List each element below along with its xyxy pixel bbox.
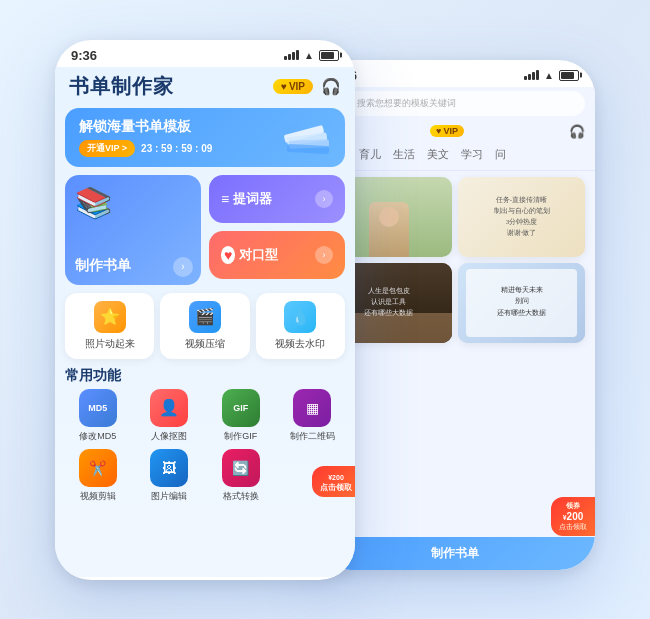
- front-app-header: 书单制作家 ♥ VIP 🎧: [55, 67, 355, 104]
- front-coupon-amount: ¥200: [328, 470, 344, 482]
- back-wifi-icon: ▲: [544, 70, 554, 81]
- back-content-grid: 任务-直接传清晰制出与自心的笔划3分钟热度谢谢·做了 人生是包包皮认识是工具还有…: [315, 171, 595, 349]
- front-func-photo-edit[interactable]: 🖼 图片编辑: [137, 449, 203, 503]
- front-func-gif[interactable]: GIF 制作GIF: [208, 389, 274, 443]
- front-tool-photo[interactable]: ⭐ 照片动起来: [65, 293, 154, 359]
- front-status-bar: 9:36 ▲: [55, 40, 355, 67]
- front-tools-row: ⭐ 照片动起来 🎬 视频压缩 💧 视频去水印: [65, 293, 345, 359]
- front-tool-watermark-icon-wrap: 💧: [284, 301, 316, 333]
- front-right-grid: ≡ 提词器 › ♥ 对口型 ›: [209, 175, 345, 285]
- front-tool-watermark-label: 视频去水印: [275, 337, 325, 351]
- front-tool-compress-icon: 🎬: [195, 307, 215, 326]
- front-functions-grid: MD5 修改MD5 👤 人像抠图 GIF 制作GIF: [65, 389, 345, 503]
- front-func-convert-icon: 🔄: [222, 449, 260, 487]
- front-heart-icon: ♥: [281, 81, 287, 92]
- front-vip-banner-bottom: 开通VIP > 23 : 59 : 59 : 09: [79, 140, 212, 157]
- front-wifi-icon: ▲: [304, 50, 314, 61]
- front-func-md5-icon: MD5: [79, 389, 117, 427]
- phones-container: 9:36 ▲ 🔍 搜索您想要的模板关键词 ♥ VIP: [35, 20, 615, 600]
- back-signal-icon: [524, 70, 539, 80]
- front-gif-text: GIF: [233, 403, 248, 413]
- front-func-qrcode[interactable]: ▦ 制作二维码: [280, 389, 346, 443]
- front-md5-text: MD5: [88, 403, 107, 413]
- back-card-2[interactable]: 任务-直接传清晰制出与自心的笔划3分钟热度谢谢·做了: [458, 177, 585, 257]
- front-tool-photo-icon: ⭐: [100, 307, 120, 326]
- front-phone: 9:36 ▲ 书单制作家 ♥ VIP 🎧: [55, 40, 355, 580]
- front-heart-red-icon: ♥: [221, 246, 235, 264]
- front-func-convert[interactable]: 🔄 格式转换: [208, 449, 274, 503]
- back-bottom-btn[interactable]: 制作书单: [315, 537, 595, 567]
- front-signal-icon: [284, 50, 299, 60]
- back-search-placeholder: 搜索您想要的模板关键词: [357, 97, 456, 110]
- back-tab-study[interactable]: 学习: [461, 147, 483, 166]
- front-cutout-person-icon: 👤: [159, 398, 179, 417]
- front-tool-watermark[interactable]: 💧 视频去水印: [256, 293, 345, 359]
- back-tab-parenting[interactable]: 育儿: [359, 147, 381, 166]
- front-func-gif-icon: GIF: [222, 389, 260, 427]
- back-status-bar: 9:36 ▲: [315, 60, 595, 87]
- front-coupon-claim: 点击领取: [320, 482, 352, 493]
- back-phone: 9:36 ▲ 🔍 搜索您想要的模板关键词 ♥ VIP: [315, 60, 595, 570]
- front-prompt-label: ≡ 提词器: [221, 190, 272, 208]
- front-func-cutout[interactable]: 👤 人像抠图: [137, 389, 203, 443]
- front-prompt-card[interactable]: ≡ 提词器 ›: [209, 175, 345, 223]
- front-status-icons: ▲: [284, 50, 339, 61]
- front-book-decoration: [279, 110, 339, 164]
- front-vip-badge[interactable]: ♥ VIP: [273, 79, 313, 94]
- front-tool-compress[interactable]: 🎬 视频压缩: [160, 293, 249, 359]
- front-func-cutout-label: 人像抠图: [151, 430, 187, 443]
- front-open-vip-btn[interactable]: 开通VIP >: [79, 140, 135, 157]
- front-make-booklist-arrow[interactable]: ›: [173, 257, 193, 277]
- front-dialogue-card[interactable]: ♥ 对口型 ›: [209, 231, 345, 279]
- front-func-cutout-icon: 👤: [150, 389, 188, 427]
- back-heart-icon: ♥: [436, 126, 441, 136]
- front-func-video-edit[interactable]: ✂️ 视频剪辑: [65, 449, 131, 503]
- front-func-md5[interactable]: MD5 修改MD5: [65, 389, 131, 443]
- front-amount-value: 200: [332, 474, 344, 481]
- front-func-qrcode-icon: ▦: [293, 389, 331, 427]
- front-vip-banner[interactable]: 解锁海量书单模板 开通VIP > 23 : 59 : 59 : 09: [65, 108, 345, 167]
- front-tool-photo-icon-wrap: ⭐: [94, 301, 126, 333]
- back-card-4-img: 精进每天未来别问还有哪些大数据: [458, 263, 585, 343]
- front-func-qrcode-label: 制作二维码: [290, 430, 335, 443]
- front-countdown: 23 : 59 : 59 : 09: [141, 143, 212, 154]
- front-books-card-icon: 📚: [75, 185, 191, 220]
- front-scissors-icon: ✂️: [89, 460, 106, 476]
- front-func-gif-label: 制作GIF: [224, 430, 257, 443]
- front-prompt-arrow: ›: [315, 190, 333, 208]
- front-time: 9:36: [71, 48, 97, 63]
- front-coupon-badge[interactable]: ¥200 点击领取: [312, 466, 355, 497]
- back-battery-icon: [559, 70, 579, 81]
- back-tab-more[interactable]: 问: [495, 147, 506, 166]
- back-tab-life[interactable]: 生活: [393, 147, 415, 166]
- back-card-4[interactable]: 精进每天未来别问还有哪些大数据: [458, 263, 585, 343]
- front-func-video-edit-icon: ✂️: [79, 449, 117, 487]
- back-card-4-text: 精进每天未来别问还有哪些大数据: [471, 285, 573, 321]
- back-coupon[interactable]: 领券 ¥200 点击领取: [551, 497, 595, 536]
- front-tool-watermark-icon: 💧: [290, 307, 310, 326]
- back-vip-label: VIP: [443, 126, 458, 136]
- back-vip-badge[interactable]: ♥ VIP: [430, 125, 464, 137]
- front-func-convert-label: 格式转换: [223, 490, 259, 503]
- front-func-photo-edit-icon: 🖼: [150, 449, 188, 487]
- front-vip-label: VIP: [289, 81, 305, 92]
- front-vip-banner-title: 解锁海量书单模板: [79, 118, 212, 136]
- front-make-booklist-card[interactable]: 📚 制作书单 ›: [65, 175, 201, 285]
- front-dialogue-label: ♥ 对口型: [221, 246, 278, 264]
- back-card-2-img: 任务-直接传清晰制出与自心的笔划3分钟热度谢谢·做了: [458, 177, 585, 257]
- front-battery-icon: [319, 50, 339, 61]
- front-func-video-edit-label: 视频剪辑: [80, 490, 116, 503]
- back-headphone-icon[interactable]: 🎧: [569, 124, 585, 139]
- back-tab-essay[interactable]: 美文: [427, 147, 449, 166]
- back-search-bar[interactable]: 🔍 搜索您想要的模板关键词: [325, 91, 585, 116]
- front-dialogue-arrow: ›: [315, 246, 333, 264]
- front-prompt-icon: ≡: [221, 191, 229, 207]
- front-tool-compress-icon-wrap: 🎬: [189, 301, 221, 333]
- front-photo-icon: 🖼: [162, 460, 176, 476]
- front-app-title: 书单制作家: [69, 73, 174, 100]
- front-tool-photo-label: 照片动起来: [85, 337, 135, 351]
- back-header: ♥ VIP 🎧: [315, 120, 595, 143]
- front-headphone-icon[interactable]: 🎧: [321, 77, 341, 96]
- front-tool-compress-label: 视频压缩: [185, 337, 225, 351]
- front-func-photo-edit-label: 图片编辑: [151, 490, 187, 503]
